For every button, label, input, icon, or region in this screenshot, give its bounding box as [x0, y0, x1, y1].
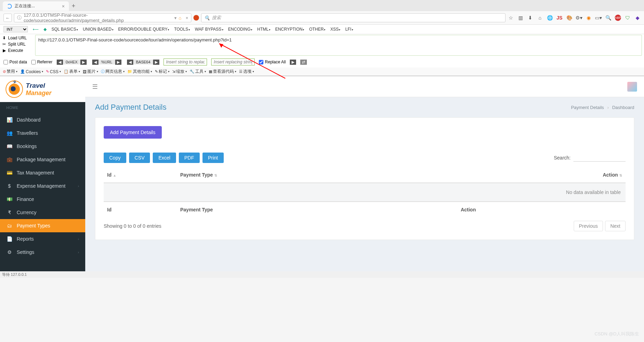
breadcrumb-item[interactable]: Dashboard [612, 105, 634, 110]
hackbar-split-url[interactable]: ✂Split URL [2, 41, 35, 47]
devtool-缩放[interactable]: ⇲缩放 [172, 69, 188, 75]
encrypt-right-icon[interactable]: ◆ [43, 27, 47, 32]
col-action[interactable]: Action⇅ [457, 167, 626, 183]
home-toolbar-icon[interactable]: ⌂ [537, 15, 543, 21]
devtool-CSS[interactable]: ✎CSS [45, 69, 62, 75]
sidebar-item-package-management[interactable]: 💼Package Management [0, 153, 85, 166]
url-bar[interactable]: ⓘ 127.0.0.1/OTMSP-Final-source-code/sour… [14, 13, 191, 22]
csv-button[interactable]: CSV [129, 153, 150, 163]
sidebar-item-travellers[interactable]: 👥Travellers [0, 126, 85, 140]
replace-swap-button[interactable]: ⇄ [300, 60, 307, 65]
hamburger-icon[interactable]: ☰ [92, 83, 98, 91]
sidebar-item-expense-management[interactable]: $Expense Management› [0, 179, 85, 193]
devtool-图片[interactable]: 🖼图片 [82, 69, 99, 75]
devtool-其他功能[interactable]: 📁其他功能 [127, 69, 153, 75]
ext3-icon[interactable]: ◆ [634, 15, 641, 21]
logo[interactable]: ✈ Travel Manager [0, 76, 85, 102]
zoom-icon[interactable]: 🔍 [605, 15, 611, 21]
hackbar-execute[interactable]: ▶Execute [2, 47, 35, 54]
library-icon[interactable]: ▥ [517, 15, 524, 21]
tab-close-icon[interactable]: × [62, 3, 65, 9]
add-payment-button[interactable]: Add Payment Details [104, 126, 162, 139]
hex-url[interactable]: ◀%URL▶ [92, 60, 121, 65]
pdf-button[interactable]: PDF [179, 153, 200, 163]
search-bar[interactable]: 🔍 搜索 [201, 13, 506, 22]
dropdown-icon[interactable]: ▾ [174, 15, 177, 21]
devtool-选项[interactable]: ☰选项 [238, 69, 255, 75]
table-search-input[interactable] [573, 154, 626, 162]
excel-button[interactable]: Excel [153, 153, 176, 163]
hackbar-menu-sql-basics[interactable]: SQL BASICS [51, 27, 78, 32]
clear-icon[interactable]: × [185, 15, 188, 21]
devtool-网页信息[interactable]: ⓘ网页信息 [100, 69, 125, 75]
sidebar-item-currency[interactable]: ₹Currency [0, 206, 85, 219]
hex-base64[interactable]: ◀BASE64▶ [127, 60, 160, 65]
sidebar-item-dashboard[interactable]: 📊Dashboard [0, 113, 85, 126]
post-data-checkbox[interactable]: Post data [3, 60, 27, 64]
pagination: Previous Next [574, 221, 626, 231]
replace-go-button[interactable]: ▶ [290, 60, 296, 65]
noscript-icon[interactable] [193, 15, 199, 21]
replace-to-input[interactable] [211, 59, 255, 65]
hackbar-url-input[interactable]: http://127.0.0.1/OTMSP-Final-source-code… [35, 35, 642, 56]
sidebar-item-finance[interactable]: 💵Finance [0, 193, 85, 206]
js-icon[interactable]: JS [556, 15, 563, 21]
hackbar-menu-error-double-query[interactable]: ERROR/DOUBLE QUERY [118, 27, 169, 32]
sidebar-label: Travellers [17, 130, 38, 136]
hackbar-load-url[interactable]: ⬇Load URL [2, 35, 35, 41]
abp-icon[interactable]: ABP [615, 15, 621, 21]
export-buttons: CopyCSVExcelPDFPrint [104, 153, 224, 163]
globe-icon[interactable]: 🌐 [547, 15, 553, 21]
breadcrumb: Payment Details › Dashboard [571, 105, 634, 110]
encrypt-left-icon[interactable]: ⟵ [33, 27, 39, 32]
new-tab-button[interactable]: + [72, 2, 75, 10]
print-button[interactable]: Print [202, 153, 224, 163]
shield-icon[interactable]: 🛡 [625, 15, 631, 21]
copy-button[interactable]: Copy [104, 153, 126, 163]
hackbar-menu-xss[interactable]: XSS [330, 27, 340, 32]
sidebar-label: Dashboard [17, 117, 41, 123]
hackbar-type-select[interactable]: INT [3, 26, 28, 32]
devtool-禁用[interactable]: ⊘禁用 [2, 69, 18, 75]
hackbar-menu-union-based[interactable]: UNION BASED [83, 27, 113, 32]
sidebar-item-reports[interactable]: 📄Reports› [0, 232, 85, 246]
breadcrumb-item[interactable]: Payment Details [571, 105, 604, 110]
replace-all-checkbox[interactable]: Replace All [259, 60, 286, 64]
hex-buttons: ◀0xHEX▶◀%URL▶◀BASE64▶ [57, 60, 160, 65]
browser-tab[interactable]: 正在连接... × [3, 1, 69, 11]
ext1-icon[interactable]: 🎨 [566, 15, 572, 21]
next-button[interactable]: Next [605, 221, 626, 231]
sidebar-item-tax-management[interactable]: 💳Tax Management [0, 166, 85, 179]
devtool-查看源代码[interactable]: ▦查看源代码 [208, 69, 237, 75]
back-button[interactable]: ← [3, 14, 12, 22]
ext2-icon[interactable]: ◉ [586, 15, 592, 21]
prev-button[interactable]: Previous [574, 221, 603, 231]
hackbar-menu-waf-bypass[interactable]: WAF BYPASS [195, 27, 223, 32]
referrer-checkbox[interactable]: Referrer [31, 60, 53, 64]
download-icon[interactable]: ⬇ [527, 15, 533, 21]
home-icon[interactable]: ⌂ [179, 15, 182, 21]
bookmark-icon[interactable]: ☆ [508, 15, 514, 21]
sidebar-item-payment-types[interactable]: 🗂Payment Types [0, 219, 85, 232]
sidebar-item-bookings[interactable]: 📖Bookings [0, 140, 85, 153]
devtool-表单[interactable]: 📋表单 [63, 69, 81, 75]
hex-0xhex[interactable]: ◀0xHEX▶ [57, 60, 87, 65]
replace-from-input[interactable] [164, 59, 207, 65]
hackbar-menu-lfi[interactable]: LFI [345, 27, 353, 32]
col-payment-type[interactable]: Payment Type⇅ [177, 167, 457, 183]
logo-icon: ✈ [6, 80, 23, 98]
hackbar-menu-html[interactable]: HTML [257, 27, 270, 32]
devtool-标记[interactable]: ✎标记 [154, 69, 170, 75]
sidebar-label: Payment Types [17, 223, 50, 228]
sidebar-item-settings[interactable]: ⚙Settings› [0, 246, 85, 259]
gear-icon[interactable]: ⚙▾ [576, 15, 582, 21]
hackbar-menu-other[interactable]: OTHER [309, 27, 325, 32]
devtool-Cookies[interactable]: 👤Cookies [19, 69, 44, 75]
devtool-工具[interactable]: 🔧工具 [189, 69, 207, 75]
hackbar-menu-tools[interactable]: TOOLS [174, 27, 190, 32]
responsive-icon[interactable]: ▭▾ [595, 15, 602, 21]
user-avatar[interactable] [627, 82, 637, 92]
col-id[interactable]: Id▲ [104, 167, 177, 183]
hackbar-menu-encoding[interactable]: ENCODING [228, 27, 253, 32]
hackbar-menu-encryption[interactable]: ENCRYPTION [275, 27, 304, 32]
